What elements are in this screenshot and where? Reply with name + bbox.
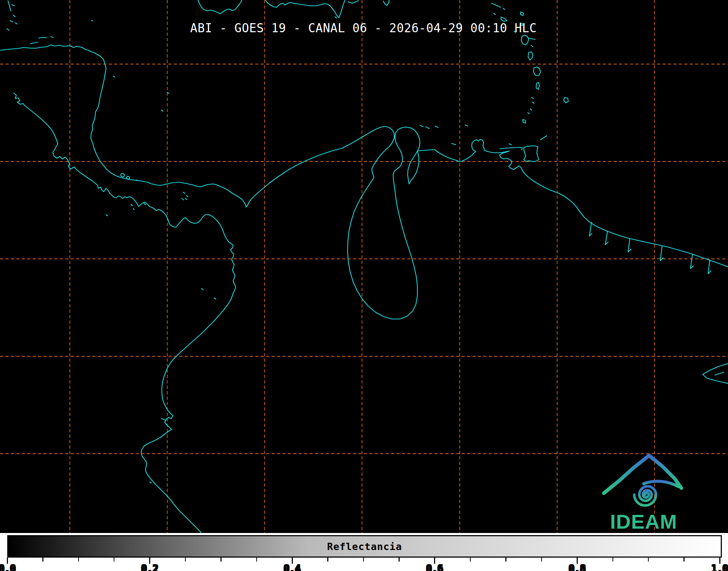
ideam-logo: IDEAM: [597, 449, 684, 534]
colorbar-minor-tick: [363, 558, 364, 562]
coastline-colombia-venezuela-caribbean: [246, 126, 580, 319]
colorbar-label: Reflectancia: [327, 541, 402, 552]
colorbar-minor-tick: [114, 558, 115, 562]
colorbar-area: Reflectancia 0.00.20.40.60.81.0: [0, 533, 728, 571]
colorbar-tick-label: 1.0: [711, 563, 728, 571]
coastline-hispaniola: [265, 0, 389, 18]
island-trinidad: [524, 146, 539, 161]
satellite-map: ABI - GOES 19 - CANAL 06 - 2026-04-29 00…: [0, 0, 728, 533]
coastline-central-america-caribbean: [0, 45, 246, 207]
colorbar-minor-tick: [683, 558, 685, 562]
colorbar-tick-label: 0.2: [141, 563, 158, 571]
colorbar-tick-label: 0.4: [284, 563, 301, 571]
colorbar-minor-tick: [470, 558, 471, 562]
colorbar-tick-label: 0.8: [569, 563, 586, 571]
islands-small-dots: [106, 76, 216, 483]
colorbar-tick-label: 0.0: [0, 563, 16, 571]
coastline-amazon-corner: [703, 364, 728, 383]
colorbar-minor-tick: [220, 558, 222, 562]
ideam-logo-mark: [604, 455, 681, 505]
colorbar-minor-tick: [256, 558, 257, 562]
river-mouth-spurs: [589, 222, 711, 274]
logo-spiral: [634, 486, 656, 505]
coastline-jamaica: [198, 0, 242, 14]
colorbar-minor-tick: [613, 558, 614, 562]
colorbar-major-tick: [292, 558, 293, 564]
colorbar-minor-tick: [399, 558, 400, 562]
colorbar-minor-tick: [541, 558, 542, 562]
colorbar-major-tick: [719, 558, 720, 564]
colorbar-minor-tick: [648, 558, 649, 562]
colorbar-tick-label: 0.6: [426, 563, 443, 571]
colorbar-major-tick: [7, 558, 8, 564]
island-tobago: [540, 136, 547, 140]
colorbar-gradient: Reflectancia: [7, 535, 722, 558]
colorbar-minor-tick: [327, 558, 328, 562]
colorbar-minor-tick: [185, 558, 186, 562]
ideam-logo-text: IDEAM: [610, 510, 677, 533]
colorbar-major-tick: [149, 558, 150, 564]
coastline-pacific: [14, 93, 236, 533]
figure: ABI - GOES 19 - CANAL 06 - 2026-04-29 00…: [0, 0, 728, 571]
colorbar-major-tick: [577, 558, 578, 564]
islands-abc: [420, 125, 512, 145]
colorbar-major-tick: [434, 558, 435, 564]
coastline-yucatan-fragments: [7, 1, 93, 44]
map-title: ABI - GOES 19 - CANAL 06 - 2026-04-29 00…: [190, 21, 536, 35]
colorbar-minor-tick: [42, 558, 43, 562]
colorbar-minor-tick: [78, 558, 79, 562]
coastline-paria: [500, 147, 522, 150]
colorbar-minor-tick: [505, 558, 506, 562]
